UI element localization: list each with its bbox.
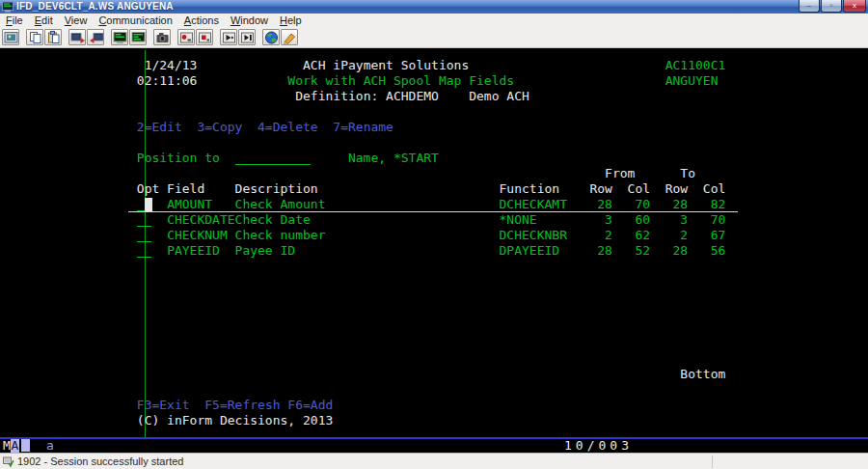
field-function: DPAYEEID — [500, 243, 560, 259]
menu-item-window[interactable]: Window — [225, 14, 274, 27]
toolbar-display-session-alt-button[interactable] — [129, 29, 147, 45]
oia-cursor-position: 10/003 — [564, 439, 633, 453]
definition-label: Definition: ACHDEMO — [295, 89, 439, 104]
record-macro-icon — [179, 31, 194, 44]
toolbar-group — [262, 29, 299, 45]
position-to-input[interactable] — [235, 163, 311, 165]
toolbar-send-file-button[interactable] — [68, 29, 86, 45]
minimize-icon: – — [807, 1, 811, 10]
field-name: CHECKDATE — [167, 212, 234, 228]
toolbar-group — [177, 29, 214, 45]
oia-system-indicator: M — [3, 439, 11, 453]
menu-item-file[interactable]: File — [0, 14, 29, 27]
field-coordinates: 2 62 2 67 — [597, 228, 725, 243]
toolbar-group — [26, 29, 63, 45]
session-status-icon — [3, 455, 14, 467]
opt-input[interactable] — [137, 256, 152, 258]
toolbar-group — [2, 29, 20, 45]
program-id: AC1100C1 — [665, 58, 726, 73]
display-session-alt-icon — [131, 31, 146, 44]
statusbar-divider — [712, 455, 713, 468]
toolbar-group — [220, 29, 257, 45]
close-button[interactable]: x — [843, 0, 866, 13]
menu-item-edit[interactable]: Edit — [29, 14, 59, 27]
maximize-button[interactable]: ▫ — [821, 0, 842, 13]
option-3-copy: 3=Copy — [197, 120, 242, 135]
toolbar-copy-button[interactable] — [26, 29, 43, 45]
field-function: *NONE — [500, 212, 537, 228]
toolbar-play-macro-button[interactable] — [220, 29, 237, 45]
terminal-screen[interactable]: M A a 10/003 1/24/13ACH iPayment Solutio… — [0, 48, 868, 453]
col-header-to: To — [680, 166, 695, 181]
opt-input[interactable] — [137, 209, 145, 211]
menu-item-view[interactable]: View — [59, 14, 94, 27]
screen-time: 02:11:06 — [137, 73, 198, 89]
send-file-icon — [70, 31, 85, 44]
field-name: PAYEEID — [167, 243, 220, 259]
maximize-icon: ▫ — [830, 1, 833, 10]
receive-file-icon — [89, 31, 103, 44]
stop-macro-icon — [198, 31, 212, 44]
app-icon — [2, 1, 14, 13]
web-browser-icon — [264, 31, 279, 44]
fkey-f6-add: F6=Add — [287, 398, 333, 413]
screen-date: 1/24/13 — [145, 58, 198, 73]
toolbar-group — [68, 29, 105, 45]
option-7-rename: 7=Rename — [333, 120, 393, 135]
list-bottom-indicator: Bottom — [680, 367, 725, 382]
field-description: Check Date — [235, 212, 311, 228]
toolbar-group — [153, 29, 172, 45]
opt-input[interactable] — [137, 240, 152, 242]
field-function: DCHECKNBR — [500, 228, 567, 243]
opt-input[interactable] — [137, 225, 152, 227]
application-window: { "window": { "title": "IFD_DEV6CLT_A.WS… — [0, 0, 868, 469]
toolbar-display-session-button[interactable] — [111, 29, 128, 45]
position-to-label: Position to — [137, 151, 220, 166]
oia-input-inhibit-block — [21, 439, 30, 452]
terminal-cursor — [145, 198, 152, 211]
status-bar: 1902 - Session successfully started — [0, 453, 868, 469]
col-header-from: From — [605, 166, 635, 181]
display-session-icon — [113, 31, 127, 44]
toolbar-stop-macro-button[interactable] — [196, 29, 213, 45]
option-2-edit: 2=Edit — [137, 120, 182, 135]
screen-snapshot-icon — [4, 31, 18, 44]
close-icon: x — [853, 1, 856, 10]
paste-icon — [46, 31, 61, 44]
toolbar-web-browser-button[interactable] — [262, 29, 280, 45]
play-macro-icon — [222, 31, 236, 44]
toolbar — [0, 27, 868, 48]
field-coordinates: 28 70 28 82 — [597, 197, 725, 212]
menu-item-actions[interactable]: Actions — [178, 14, 225, 27]
field-description: Payee ID — [235, 243, 296, 259]
toolbar-record-screen-button[interactable] — [153, 29, 171, 45]
toolbar-receive-file-button[interactable] — [87, 29, 104, 45]
toolbar-paste-button[interactable] — [44, 29, 62, 45]
copy-icon — [28, 31, 42, 44]
field-description: Check number — [235, 228, 326, 243]
rule-cursor-vertical-line — [145, 50, 146, 437]
definition-description: Demo ACH — [469, 89, 529, 104]
toolbar-record-macro-button[interactable] — [177, 29, 195, 45]
toolbar-play-macro-step-button[interactable] — [238, 29, 256, 45]
screen-subtitle: Work with ACH Spool Map Fields — [287, 73, 514, 89]
highlighter-icon — [283, 31, 297, 44]
col-header-from-row-col: Row Col — [589, 181, 650, 197]
menu-bar: FileEditViewCommunicationActionsWindowHe… — [0, 14, 868, 28]
status-message: 1902 - Session successfully started — [17, 455, 183, 467]
record-screen-icon — [155, 31, 170, 44]
menu-item-help[interactable]: Help — [274, 14, 308, 27]
col-header-opt-field: Opt Field — [137, 181, 204, 197]
oia-status-row: M A a 10/003 — [0, 439, 868, 453]
field-coordinates: 28 52 28 56 — [597, 243, 725, 259]
toolbar-highlighter-button[interactable] — [281, 29, 298, 45]
fkey-f5-refresh: F5=Refresh — [204, 398, 280, 413]
minimize-button[interactable]: – — [799, 0, 820, 13]
play-macro-step-icon — [240, 31, 255, 44]
col-header-to-row-col: Row Col — [665, 181, 726, 197]
option-4-delete: 4=Delete — [258, 120, 318, 135]
position-to-hint: Name, *START — [348, 151, 439, 166]
menu-item-communication[interactable]: Communication — [93, 14, 177, 27]
oia-available-indicator: A — [11, 439, 19, 453]
toolbar-screen-snapshot-button[interactable] — [2, 29, 19, 45]
